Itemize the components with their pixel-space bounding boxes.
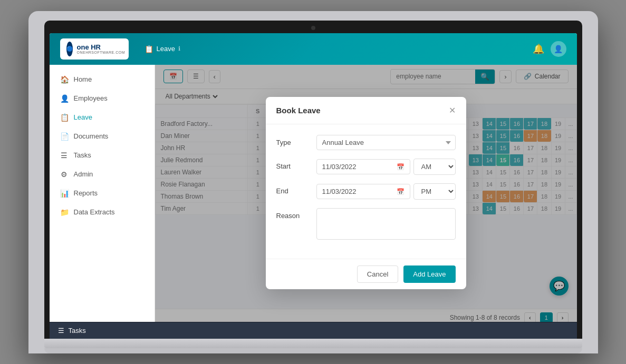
end-row: End 11/03/2022 📅 PM bbox=[276, 183, 456, 200]
logo-tagline: ONEHRSOFTWARE.COM bbox=[77, 51, 125, 54]
modal-title: Book Leave bbox=[276, 106, 321, 115]
sidebar-item-admin[interactable]: ⚙ Admin bbox=[50, 165, 155, 184]
reason-row: Reason bbox=[276, 208, 456, 240]
modal-overlay: Book Leave ✕ Type Ann bbox=[155, 65, 577, 322]
sidebar-label-tasks: Tasks bbox=[74, 151, 91, 159]
sidebar-item-data-extracts[interactable]: 📁 Data Extracts bbox=[50, 203, 155, 222]
modal-body: Type Annual Leave Sick Leave Unpaid Leav… bbox=[266, 124, 466, 259]
type-control: Annual Leave Sick Leave Unpaid Leave bbox=[316, 135, 456, 150]
sidebar-label-admin: Admin bbox=[74, 170, 93, 178]
documents-icon: 📄 bbox=[60, 132, 69, 141]
data-extracts-icon: 📁 bbox=[60, 208, 69, 217]
start-control: 11/03/2022 📅 AM PM bbox=[316, 159, 456, 175]
laptop-bottom bbox=[44, 348, 582, 353]
logo: 🔵 one HR ONEHRSOFTWARE.COM bbox=[60, 38, 129, 60]
sidebar-item-home[interactable]: 🏠 Home bbox=[50, 70, 155, 89]
sidebar-label-reports: Reports bbox=[74, 189, 98, 197]
start-row: Start 11/03/2022 📅 AM bbox=[276, 159, 456, 175]
camera bbox=[311, 26, 315, 30]
type-row: Type Annual Leave Sick Leave Unpaid Leav… bbox=[276, 135, 456, 150]
sidebar-item-leave[interactable]: 📋 Leave bbox=[50, 108, 155, 127]
end-time-select[interactable]: PM AM bbox=[413, 183, 456, 200]
app-header: 🔵 one HR ONEHRSOFTWARE.COM 📋 Leave ℹ 🔔 bbox=[50, 33, 577, 65]
user-avatar[interactable]: 👤 bbox=[551, 41, 566, 57]
calendar-icon-end: 📅 bbox=[397, 188, 405, 195]
tasks-bar[interactable]: ☰ Tasks bbox=[50, 322, 577, 339]
header-nav-label: Leave bbox=[157, 45, 175, 53]
reason-textarea[interactable] bbox=[316, 208, 456, 240]
end-control: 11/03/2022 📅 PM AM bbox=[316, 183, 456, 200]
modal-header: Book Leave ✕ bbox=[266, 97, 466, 124]
tasks-bar-icon: ☰ bbox=[58, 327, 64, 335]
modal-footer: Cancel Add Leave bbox=[266, 259, 466, 289]
end-date-input[interactable]: 11/03/2022 📅 bbox=[316, 184, 410, 199]
sidebar-label-employees: Employees bbox=[74, 94, 108, 102]
admin-icon: ⚙ bbox=[60, 170, 69, 179]
laptop-base bbox=[44, 339, 582, 348]
notification-icon[interactable]: 🔔 bbox=[533, 43, 544, 55]
book-leave-modal: Book Leave ✕ Type Ann bbox=[266, 97, 466, 289]
start-date-input[interactable]: 11/03/2022 📅 bbox=[316, 159, 410, 174]
home-icon: 🏠 bbox=[60, 75, 69, 84]
start-time-select[interactable]: AM PM bbox=[413, 159, 456, 175]
sidebar-label-data-extracts: Data Extracts bbox=[74, 208, 115, 216]
tasks-icon: ☰ bbox=[60, 151, 69, 160]
sidebar: 🏠 Home 👤 Employees 📋 Leave 📄 bbox=[50, 65, 155, 322]
start-label: Start bbox=[276, 159, 308, 170]
reason-control bbox=[316, 208, 456, 240]
logo-text: one HR bbox=[77, 44, 125, 51]
employees-icon: 👤 bbox=[60, 94, 69, 103]
leave-icon: 📋 bbox=[60, 113, 69, 122]
sidebar-item-tasks[interactable]: ☰ Tasks bbox=[50, 146, 155, 165]
calendar-icon-start: 📅 bbox=[397, 163, 405, 171]
type-select[interactable]: Annual Leave Sick Leave Unpaid Leave bbox=[316, 135, 456, 150]
sidebar-item-employees[interactable]: 👤 Employees bbox=[50, 89, 155, 108]
sidebar-item-reports[interactable]: 📊 Reports bbox=[50, 184, 155, 203]
main-content: 📅 ☰ ‹ 🔍 › 🔗 Calendar bbox=[155, 65, 577, 322]
type-label: Type bbox=[276, 135, 308, 146]
end-label: End bbox=[276, 183, 308, 195]
modal-close-button[interactable]: ✕ bbox=[449, 105, 456, 115]
sidebar-label-leave: Leave bbox=[74, 113, 92, 121]
add-leave-button[interactable]: Add Leave bbox=[403, 265, 455, 283]
tasks-bar-label: Tasks bbox=[69, 327, 86, 335]
header-icons: 🔔 👤 bbox=[533, 41, 566, 57]
cancel-button[interactable]: Cancel bbox=[357, 265, 398, 283]
header-nav: 📋 Leave ℹ bbox=[145, 45, 180, 53]
sidebar-label-home: Home bbox=[74, 75, 92, 83]
start-date-value: 11/03/2022 bbox=[322, 163, 357, 171]
logo-icon: 🔵 bbox=[66, 42, 73, 56]
sidebar-item-documents[interactable]: 📄 Documents bbox=[50, 127, 155, 146]
reports-icon: 📊 bbox=[60, 189, 69, 198]
reason-label: Reason bbox=[276, 208, 308, 220]
sidebar-label-documents: Documents bbox=[74, 132, 109, 140]
end-date-value: 11/03/2022 bbox=[322, 188, 357, 195]
